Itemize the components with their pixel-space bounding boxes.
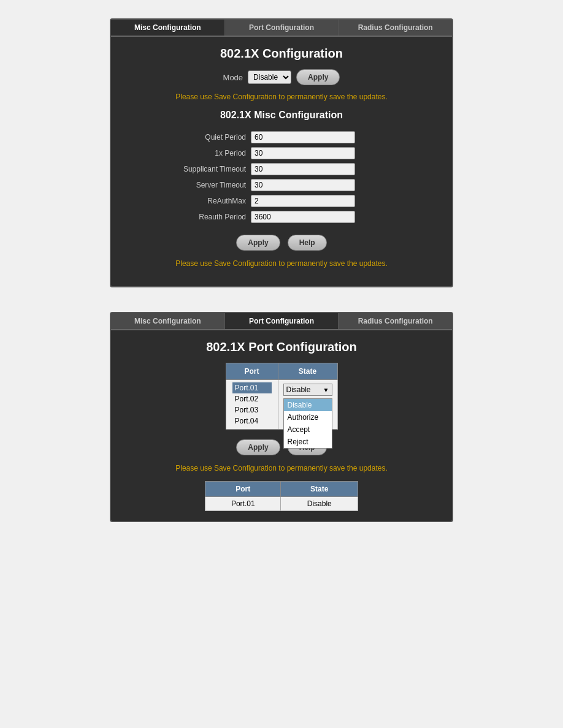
summary-port-value: Port.01 xyxy=(205,497,281,511)
panel-port-config: Misc Configuration Port Configuration Ra… xyxy=(110,312,453,522)
tab-bar-2: Misc Configuration Port Configuration Ra… xyxy=(111,313,452,330)
field-label-1x-period: 1x Period xyxy=(153,145,251,161)
dropdown-item-authorize[interactable]: Authorize xyxy=(284,411,332,423)
table-row: Server Timeout xyxy=(153,177,410,193)
field-label-supplicant-timeout: Supplicant Timeout xyxy=(153,161,251,177)
port-list-cell: Port.01 Port.02 Port.03 Port.04 xyxy=(226,380,278,430)
list-item[interactable]: Port.02 xyxy=(232,393,272,404)
state-cell: Disable ▼ Disable Authorize Accept Rejec… xyxy=(278,380,337,430)
list-item[interactable]: Port.01 xyxy=(232,382,272,393)
state-select-button[interactable]: Disable ▼ xyxy=(283,384,332,396)
tab-radius-config-1[interactable]: Radius Configuration xyxy=(339,20,452,36)
port-list: Port.01 Port.02 Port.03 Port.04 xyxy=(231,381,273,428)
dropdown-item-disable[interactable]: Disable xyxy=(284,399,332,411)
field-input-quiet-period[interactable] xyxy=(251,131,355,143)
table-row: 1x Period xyxy=(153,145,410,161)
page-title-2: 802.1X Port Configuration xyxy=(123,340,440,354)
field-label-reauth-period: Reauth Period xyxy=(153,209,251,225)
warning-text-1b: Please use Save Configuration to permane… xyxy=(123,259,440,268)
field-label-reauthmax: ReAuthMax xyxy=(153,193,251,209)
table-row: Port.01 Port.02 Port.03 Port.04 xyxy=(226,380,337,430)
mode-select[interactable]: Disable Enable xyxy=(248,70,291,84)
state-dropdown-area: Disable ▼ Disable Authorize Accept Rejec… xyxy=(281,382,335,397)
port-state-table: Port State Port.01 Port.02 Port.03 xyxy=(226,363,338,430)
chevron-down-icon: ▼ xyxy=(323,387,329,393)
warning-text-1: Please use Save Configuration to permane… xyxy=(123,93,440,101)
port-state-section: Port State Port.01 Port.02 Port.03 xyxy=(123,363,440,430)
tab-bar-1: Misc Configuration Port Configuration Ra… xyxy=(111,20,452,37)
field-label-server-timeout: Server Timeout xyxy=(153,177,251,193)
summary-state-value: Disable xyxy=(281,497,358,511)
tab-radius-config-2[interactable]: Radius Configuration xyxy=(339,313,452,329)
state-select-value: Disable xyxy=(286,385,311,394)
field-input-server-timeout[interactable] xyxy=(251,179,355,191)
table-row: ReAuthMax xyxy=(153,193,410,209)
state-dropdown-list: Disable Authorize Accept Reject xyxy=(283,398,332,449)
port-header: Port xyxy=(226,363,278,380)
field-label-quiet-period: Quiet Period xyxy=(153,129,251,145)
summary-state-header: State xyxy=(281,482,358,497)
state-header: State xyxy=(278,363,337,380)
btn-row-1: Apply Help xyxy=(123,235,440,251)
misc-config-table: Quiet Period 1x Period Supplicant Timeou… xyxy=(153,129,410,225)
panel-misc-config: Misc Configuration Port Configuration Ra… xyxy=(110,18,453,287)
help-button-1[interactable]: Help xyxy=(288,235,327,251)
mode-row: Mode Disable Enable Apply xyxy=(123,69,440,85)
panel1-body: 802.1X Configuration Mode Disable Enable… xyxy=(111,37,452,286)
table-row: Quiet Period xyxy=(153,129,410,145)
field-input-supplicant-timeout[interactable] xyxy=(251,163,355,175)
tab-port-config-1[interactable]: Port Configuration xyxy=(225,20,339,36)
section-title-1: 802.1X Misc Configuration xyxy=(123,110,440,121)
btn-row-2: Apply Help xyxy=(123,439,440,455)
table-row: Reauth Period xyxy=(153,209,410,225)
tab-misc-config-1[interactable]: Misc Configuration xyxy=(111,20,225,36)
apply-button-2[interactable]: Apply xyxy=(236,439,280,455)
warning-text-2: Please use Save Configuration to permane… xyxy=(123,464,440,472)
summary-port-header: Port xyxy=(205,482,281,497)
table-row: Port.01 Disable xyxy=(205,497,358,511)
tab-misc-config-2[interactable]: Misc Configuration xyxy=(111,313,225,329)
list-item[interactable]: Port.03 xyxy=(232,404,272,415)
field-input-1x-period[interactable] xyxy=(251,147,355,159)
mode-label: Mode xyxy=(223,73,243,82)
field-input-reauth-period[interactable] xyxy=(251,211,355,223)
summary-table: Port State Port.01 Disable xyxy=(205,481,358,511)
dropdown-item-accept[interactable]: Accept xyxy=(284,423,332,436)
dropdown-item-reject[interactable]: Reject xyxy=(284,436,332,448)
panel2-body: 802.1X Port Configuration Port State xyxy=(111,330,452,521)
tab-port-config-2[interactable]: Port Configuration xyxy=(225,313,339,329)
table-row: Supplicant Timeout xyxy=(153,161,410,177)
page-title-1: 802.1X Configuration xyxy=(123,47,440,61)
list-item[interactable]: Port.04 xyxy=(232,415,272,427)
apply-button-1[interactable]: Apply xyxy=(236,235,280,251)
mode-apply-button[interactable]: Apply xyxy=(296,69,340,85)
field-input-reauthmax[interactable] xyxy=(251,195,355,207)
